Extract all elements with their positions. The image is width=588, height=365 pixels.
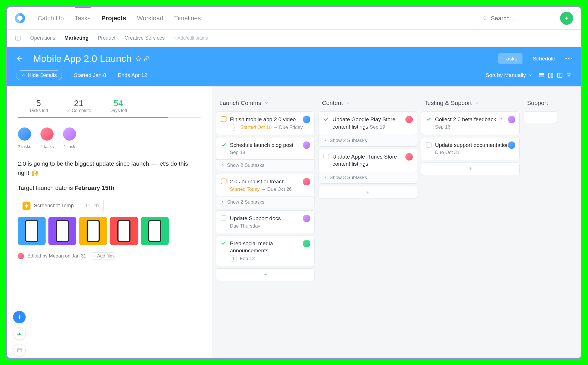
plus-icon [365, 190, 370, 195]
fab-done[interactable] [13, 327, 26, 340]
app-logo[interactable] [15, 13, 25, 23]
nav-tab-projects[interactable]: Projects [101, 7, 126, 29]
column-header[interactable]: Content [318, 98, 417, 111]
chevron-right-icon [221, 163, 225, 167]
subtasks-label: Show 2 Subtasks [227, 199, 264, 205]
card-meta: 1 Feb 12 [230, 256, 310, 262]
search-input[interactable] [491, 15, 554, 22]
team-marketing[interactable]: Marketing [64, 35, 89, 41]
board-layout-icon[interactable] [548, 72, 554, 78]
fab-add[interactable] [13, 311, 26, 323]
add-edit-teams[interactable]: + Add/edit teams [174, 36, 208, 41]
task-card[interactable]: Update support documentation Due Oct 31 [421, 137, 520, 161]
nav-tab-tasks[interactable]: Tasks [75, 7, 91, 29]
check-done-icon[interactable] [221, 142, 226, 148]
panel-toggle-icon[interactable] [15, 35, 21, 41]
task-card[interactable]: Collect 2.0 beta feedback 2 Sep 16 [421, 111, 520, 135]
assignee[interactable]: 1 task [63, 127, 76, 149]
star-icon[interactable] [136, 56, 141, 62]
split-layout-icon[interactable] [557, 72, 563, 78]
checkbox-icon[interactable] [221, 179, 226, 184]
task-card[interactable]: Update Google Play Store content listing… [318, 111, 417, 135]
add-button[interactable] [560, 12, 573, 25]
column-header[interactable]: Testing & Support [421, 98, 520, 111]
task-card[interactable]: Update Apple iTunes Store content listin… [318, 149, 417, 172]
nav-tab-catchup[interactable]: Catch Up [38, 7, 64, 29]
checkbox-icon[interactable] [323, 154, 329, 159]
team-operations[interactable]: Operations [30, 35, 55, 41]
back-button[interactable] [16, 55, 23, 62]
edited-row: Edited by Megan on Jan 31 + Add files [18, 252, 201, 260]
count-pill: 2 [498, 117, 505, 123]
team-creative[interactable]: Creative Services [124, 35, 165, 41]
chevron-right-icon [323, 139, 327, 143]
more-menu[interactable] [565, 58, 572, 59]
stat-label: Days left [109, 108, 127, 113]
column-header[interactable]: Support [524, 98, 558, 111]
show-subtasks[interactable]: Show 2 Subtasks [216, 196, 315, 208]
thumbnail[interactable] [18, 217, 46, 245]
board: Launch Comms Finish mobile app 2.0 video… [212, 86, 581, 358]
sort-button[interactable]: Sort by Manually [485, 72, 533, 78]
list-layout-icon[interactable] [538, 72, 545, 78]
hide-details-button[interactable]: Hide Details [16, 70, 62, 80]
divider [112, 72, 112, 79]
plus-icon [468, 166, 473, 171]
svg-rect-4 [16, 36, 21, 40]
assignee[interactable]: 2 tasks [40, 127, 54, 149]
column-title: Testing & Support [424, 100, 472, 106]
file-name: Screenshot Temp... [34, 203, 78, 209]
link-icon[interactable] [144, 56, 149, 62]
thumbnail[interactable] [110, 217, 138, 245]
show-subtasks[interactable]: Show 3 Subtasks [318, 172, 417, 184]
fab-archive[interactable] [13, 344, 26, 356]
column-header[interactable]: Launch Comms [216, 98, 315, 111]
check-done-icon[interactable] [426, 116, 432, 122]
phone-mock-icon [148, 220, 161, 242]
view-schedule[interactable]: Schedule [528, 53, 560, 64]
thumbnail[interactable] [48, 217, 76, 245]
check-done-icon[interactable] [323, 116, 329, 122]
team-product[interactable]: Product [98, 35, 115, 41]
checkbox-icon[interactable] [221, 215, 226, 221]
checkbox-icon[interactable] [221, 116, 226, 122]
card-date: Sep 18 [230, 150, 293, 155]
add-files-button[interactable]: + Add files [90, 252, 118, 260]
arrow-icon: → [261, 186, 266, 192]
task-card[interactable]: Finish mobile app 2.0 video 5 Started Oc… [216, 111, 315, 135]
show-subtasks[interactable]: Show 2 Subtasks [216, 159, 315, 171]
attachment-chip[interactable]: Screenshot Temp... 111kb [18, 199, 104, 213]
subtask-count: 5 [230, 124, 237, 131]
task-card[interactable]: 2.0 Journalist outreach Started Today → … [216, 174, 315, 196]
plus-icon [263, 272, 268, 277]
add-card-button[interactable] [216, 268, 315, 281]
nav-tab-workload[interactable]: Workload [137, 7, 164, 29]
thumbnail[interactable] [141, 217, 169, 245]
sketch-icon [23, 202, 30, 210]
card-date: Sep 19 [370, 124, 385, 130]
check-done-icon[interactable] [221, 240, 226, 246]
chevron-down-icon [346, 101, 350, 105]
task-card[interactable]: Prep social media announcements 1 Feb 12 [216, 236, 315, 266]
arrow-icon: → [273, 125, 278, 130]
task-card[interactable]: Schedule launch blog post Sep 18 [216, 137, 315, 160]
add-card-button[interactable] [421, 163, 520, 175]
top-nav: Catch Up Tasks Projects Workload Timelin… [7, 7, 581, 30]
show-subtasks[interactable]: Show 2 Subtasks [318, 135, 417, 147]
task-card[interactable]: Update Support docs Due Thursday [216, 210, 315, 233]
avatar [303, 141, 310, 149]
description-line1: 2.0 is going to be the biggest update si… [18, 159, 201, 177]
task-card[interactable] [524, 111, 558, 123]
check-icon [66, 109, 70, 113]
thumbnail[interactable] [79, 217, 107, 245]
assignee[interactable]: 2 tasks [18, 127, 31, 149]
add-card-button[interactable] [318, 186, 417, 198]
svg-rect-26 [17, 348, 22, 349]
divider [68, 72, 68, 79]
card-title: Schedule launch blog post [230, 141, 293, 149]
checkbox-icon[interactable] [426, 142, 432, 148]
nav-tab-timelines[interactable]: Timelines [174, 7, 201, 29]
nav-tabs: Catch Up Tasks Projects Workload Timelin… [38, 7, 475, 29]
filter-icon[interactable] [566, 72, 572, 78]
view-tasks[interactable]: Tasks [498, 53, 522, 64]
